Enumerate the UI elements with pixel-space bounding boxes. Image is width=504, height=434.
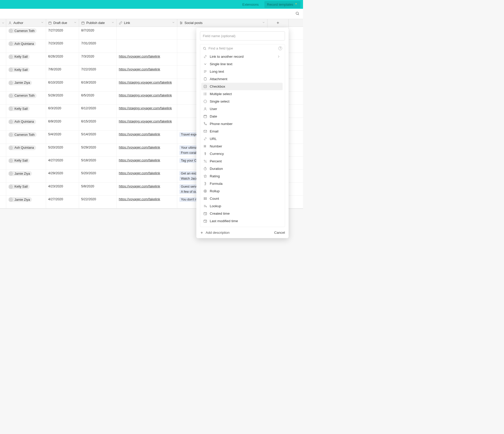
cell-author[interactable]: Jamie Ziya (6, 79, 46, 91)
cell-author[interactable]: Jamie Ziya (6, 170, 46, 182)
field-type-number[interactable]: Number (201, 143, 283, 150)
row-handle[interactable] (0, 27, 6, 39)
cell-author[interactable]: Kelly Sall (6, 183, 46, 195)
author-chip[interactable]: Cameron Toth (8, 28, 37, 33)
cell-publish-date[interactable]: 5/8/2020 (79, 183, 117, 195)
field-type-long-text[interactable]: Long text (201, 68, 283, 75)
field-type-modified-time[interactable]: Last modified time (201, 217, 283, 225)
cell-draft-due[interactable]: 7/27/2020 (46, 27, 79, 39)
field-type-created-time[interactable]: Created time (201, 210, 283, 217)
row-handle[interactable] (0, 144, 6, 156)
column-header-draft-due[interactable]: Draft due (46, 19, 79, 27)
field-type-lookup[interactable]: Lookup (201, 202, 283, 210)
cell-author[interactable]: Cameron Toth (6, 92, 46, 104)
cell-link[interactable]: https://voyager.com/fakelink (117, 183, 177, 195)
cell-draft-due[interactable]: 4/23/2020 (46, 183, 79, 195)
cell-draft-due[interactable]: 5/20/2020 (46, 144, 79, 156)
link-url[interactable]: https://voyager.com/fakelink (119, 132, 160, 136)
field-type-single-line[interactable]: Single line text (201, 60, 283, 68)
cell-publish-date[interactable]: 7/31/2020 (79, 40, 117, 52)
field-type-formula[interactable]: fxFormula (201, 180, 283, 187)
cancel-button[interactable]: Cancel (274, 231, 285, 235)
cell-link[interactable]: https://voyager.com/fakelink (117, 196, 177, 208)
cell-publish-date[interactable]: 6/12/2020 (79, 105, 117, 117)
row-handle[interactable] (0, 66, 6, 78)
field-type-single-select[interactable]: Single select (201, 98, 283, 105)
row-handle[interactable] (0, 118, 6, 130)
cell-author[interactable]: Ash Quintana (6, 144, 46, 156)
author-chip[interactable]: Kelly Sall (8, 184, 30, 189)
column-header-publish-date[interactable]: Publish date (79, 19, 117, 27)
cell-draft-due[interactable]: 7/6/2020 (46, 66, 79, 78)
cell-author[interactable]: Ash Quintana (6, 40, 46, 52)
cell-author[interactable]: Kelly Sall (6, 157, 46, 169)
cell-link[interactable]: https://voyager.com/fakelink (117, 144, 177, 156)
link-url[interactable]: https://staging.voyager.com/fakelink (119, 93, 172, 97)
field-type-phone[interactable]: Phone number (201, 120, 283, 128)
search-icon[interactable] (295, 11, 299, 16)
link-url[interactable]: https://voyager.com/fakelink (119, 54, 160, 58)
field-type-url[interactable]: URL (201, 135, 283, 143)
row-handle[interactable] (0, 196, 6, 208)
cell-draft-due[interactable]: 5/28/2020 (46, 92, 79, 104)
author-chip[interactable]: Cameron Toth (8, 93, 37, 98)
row-handle[interactable] (0, 157, 6, 169)
cell-publish-date[interactable]: 5/20/2020 (79, 170, 117, 182)
cell-draft-due[interactable]: 5/4/2020 (46, 131, 79, 143)
author-chip[interactable]: Ash Quintana (8, 145, 36, 150)
cell-author[interactable]: Cameron Toth (6, 131, 46, 143)
row-expand-header[interactable] (0, 19, 6, 27)
cell-publish-date[interactable]: 6/5/2020 (79, 92, 117, 104)
cell-draft-due[interactable]: 6/9/2020 (46, 118, 79, 130)
link-url[interactable]: https://voyager.com/fakelink (119, 197, 160, 201)
field-type-duration[interactable]: Duration (201, 165, 283, 172)
row-handle[interactable] (0, 92, 6, 104)
link-url[interactable]: https://staging.voyager.com/fakelink (119, 119, 172, 123)
author-chip[interactable]: Jamie Ziya (8, 80, 32, 85)
add-description-button[interactable]: Add description (200, 231, 230, 235)
author-chip[interactable]: Kelly Sall (8, 158, 30, 163)
cell-link[interactable]: https://staging.voyager.com/fakelink (117, 79, 177, 91)
field-type-email[interactable]: Email (201, 128, 283, 135)
cell-publish-date[interactable]: 6/19/2020 (79, 79, 117, 91)
field-type-count[interactable]: Count (201, 195, 283, 202)
cell-publish-date[interactable]: 7/22/2020 (79, 66, 117, 78)
row-handle[interactable] (0, 131, 6, 143)
add-column-button[interactable] (267, 19, 289, 27)
cell-author[interactable]: Jamie Ziya (6, 196, 46, 208)
field-type-rollup[interactable]: Rollup (201, 187, 283, 195)
row-handle[interactable] (0, 170, 6, 182)
link-url[interactable]: https://voyager.com/fakelink (119, 158, 160, 162)
cell-draft-due[interactable]: 6/10/2020 (46, 79, 79, 91)
link-url[interactable]: https://voyager.com/fakelink (119, 145, 160, 149)
cell-draft-due[interactable]: 4/29/2020 (46, 170, 79, 182)
cell-publish-date[interactable]: 6/15/2020 (79, 118, 117, 130)
cell-link[interactable]: https://voyager.com/fakelink (117, 131, 177, 143)
cell-publish-date[interactable]: 5/22/2020 (79, 196, 117, 208)
cell-link[interactable]: https://voyager.com/fakelink (117, 157, 177, 169)
cell-publish-date[interactable]: 5/14/2020 (79, 131, 117, 143)
cell-draft-due[interactable]: 7/23/2020 (46, 40, 79, 52)
cell-link[interactable]: https://voyager.com/fakelink (117, 53, 177, 65)
link-url[interactable]: https://voyager.com/fakelink (119, 171, 160, 175)
cell-author[interactable]: Cameron Toth (6, 27, 46, 39)
cell-author[interactable]: Kelly Sall (6, 66, 46, 78)
cell-draft-due[interactable]: 4/27/2020 (46, 157, 79, 169)
cell-link[interactable] (117, 40, 177, 52)
help-icon[interactable]: ? (278, 46, 282, 50)
field-type-currency[interactable]: Currency (201, 150, 283, 157)
cell-link[interactable] (117, 27, 177, 39)
field-type-multi-select[interactable]: Multiple select (201, 90, 283, 98)
field-type-list[interactable]: Link to another recordSingle line textLo… (200, 52, 285, 227)
row-handle[interactable] (0, 53, 6, 65)
author-chip[interactable]: Cameron Toth (8, 132, 37, 137)
cell-author[interactable]: Kelly Sall (6, 53, 46, 65)
cell-draft-due[interactable]: 4/27/2020 (46, 196, 79, 208)
cell-author[interactable]: Kelly Sall (6, 105, 46, 117)
author-chip[interactable]: Ash Quintana (8, 119, 36, 124)
link-url[interactable]: https://staging.voyager.com/fakelink (119, 80, 172, 84)
field-type-percent[interactable]: Percent (201, 157, 283, 165)
cell-author[interactable]: Ash Quintana (6, 118, 46, 130)
field-type-rating[interactable]: Rating (201, 172, 283, 180)
author-chip[interactable]: Ash Quintana (8, 41, 36, 46)
